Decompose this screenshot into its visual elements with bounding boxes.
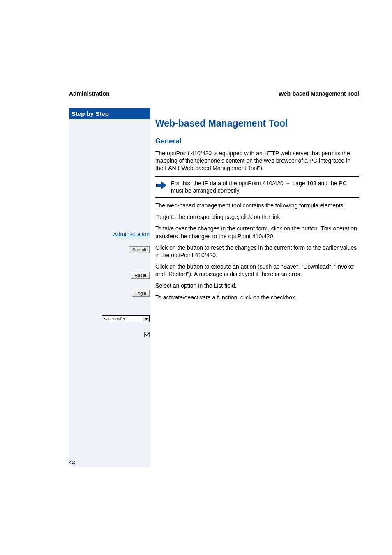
arrow-icon — [155, 180, 168, 194]
row-select-desc: Select an option in the List field. — [155, 282, 359, 289]
row-reset-desc: Click on the button to reset the changes… — [155, 244, 359, 259]
document-page: Administration Web-based Management Tool… — [0, 0, 392, 492]
chevron-down-icon — [143, 316, 149, 321]
h1: Web-based Management Tool — [155, 118, 359, 129]
function-checkbox[interactable] — [144, 332, 150, 337]
paragraph-1: The optiPoint 410/420 is equipped with a… — [155, 150, 359, 172]
content-area: Step by Step Administration Submit Reset… — [69, 108, 359, 467]
note-box: For this, the IP data of the optiPoint 4… — [155, 176, 359, 198]
sidebar-title: Step by Step — [69, 108, 150, 119]
sidebar-body: Administration Submit Reset Login No tra… — [69, 119, 150, 467]
svg-marker-1 — [157, 182, 166, 189]
row-submit-desc: To take over the changes in the current … — [155, 225, 359, 240]
reset-button[interactable]: Reset — [131, 272, 150, 279]
note-text: For this, the IP data of the optiPoint 4… — [171, 180, 359, 194]
main-content: Web-based Management Tool General The op… — [155, 108, 359, 467]
transfer-select[interactable]: No transfer — [102, 315, 150, 322]
header-left: Administration — [69, 90, 110, 97]
row-link-desc: To go to the corresponding page, click o… — [155, 213, 359, 221]
page-number: 42 — [69, 459, 75, 465]
select-value: No transfer — [103, 316, 125, 321]
administration-link[interactable]: Administration — [113, 231, 150, 237]
login-button[interactable]: Login — [132, 290, 150, 297]
submit-button[interactable]: Submit — [129, 246, 150, 253]
svg-rect-2 — [156, 184, 157, 187]
header-right: Web-based Management Tool — [279, 90, 359, 97]
paragraph-2: The web-based management tool contains t… — [155, 202, 359, 209]
page-header: Administration Web-based Management Tool — [69, 90, 359, 99]
h2: General — [155, 137, 359, 145]
row-checkbox-desc: To activate/deactivate a function, click… — [155, 294, 359, 301]
svg-marker-0 — [145, 318, 148, 320]
row-login-desc: Click on the button to execute an action… — [155, 263, 359, 278]
sidebar: Step by Step Administration Submit Reset… — [69, 108, 150, 467]
